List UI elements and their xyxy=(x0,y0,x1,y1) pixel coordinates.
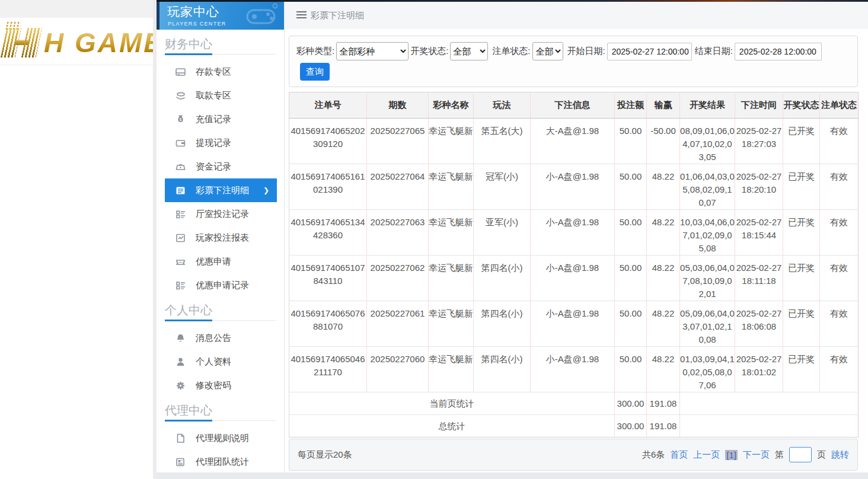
page-size-text: 每页显示20条 xyxy=(298,449,352,461)
bell-icon xyxy=(175,333,186,343)
sidebar-item-news[interactable]: 代理团队统计 xyxy=(157,450,284,474)
sidebar-item-report[interactable]: 玩家投注报表 xyxy=(157,226,284,250)
cell: 05,03,06,04,07,08,10,09,02,01 xyxy=(680,256,735,301)
summary-row: 总统计300.00191.08 xyxy=(289,415,859,438)
sidebar-item-ticket[interactable]: 优惠申请 xyxy=(157,250,284,273)
cell: 有效 xyxy=(820,347,859,392)
room-list-icon xyxy=(175,209,186,219)
start-date-input[interactable] xyxy=(607,43,692,60)
cell: 2025-02-27 18:20:10 xyxy=(735,164,783,210)
column-header: 玩法 xyxy=(474,92,531,119)
bottom-strip xyxy=(157,472,868,479)
cell: 48.22 xyxy=(647,301,680,347)
cell: 小-A盘@1.98 xyxy=(531,256,615,301)
cell: 第四名(小) xyxy=(474,256,531,301)
cell: 08,09,01,06,04,07,10,02,03,05 xyxy=(680,119,735,164)
column-header: 注单状态 xyxy=(820,92,859,119)
cell: 已开奖 xyxy=(783,347,820,392)
sidebar-item-gear[interactable]: 修改密码 xyxy=(157,373,284,397)
chevron-right-icon: ❯ xyxy=(263,186,269,194)
sidebar-item-bell[interactable]: 消息公告 xyxy=(157,326,284,350)
brand-panel-topstrip xyxy=(0,0,153,18)
cell: 20250227061 xyxy=(367,301,429,347)
sidebar-item-list-card[interactable]: 彩票下注明细❯ xyxy=(165,178,277,202)
query-button[interactable]: 查询 xyxy=(300,63,330,81)
cell: 401569174065202309120 xyxy=(289,119,367,164)
sidebar-title: 玩家中心 xyxy=(167,4,219,20)
section-underline xyxy=(165,53,276,55)
sidebar-subtitle: PLAYERS CENTER xyxy=(168,21,226,27)
page-jump-input[interactable] xyxy=(789,447,812,462)
cell: 2025-02-27 18:27:03 xyxy=(735,119,783,164)
sidebar-item-document[interactable]: 代理规则说明 xyxy=(157,426,284,450)
lottery-type-select[interactable]: 全部彩种 xyxy=(336,42,409,60)
cell: 幸运飞艇新 xyxy=(429,301,474,347)
cell: 48.22 xyxy=(647,347,680,392)
cell: 有效 xyxy=(820,164,859,210)
sidebar-item-label: 代理团队统计 xyxy=(196,456,249,468)
table-row: 40156917406520230912020250227065幸运飞艇新第五名… xyxy=(289,119,859,164)
cell: 20250227065 xyxy=(367,119,429,164)
next-page-link[interactable]: 下一页 xyxy=(743,449,770,461)
column-header: 彩种名称 xyxy=(429,92,474,119)
sidebar-item-withdraw-hand[interactable]: 取款专区 xyxy=(157,84,284,107)
cell: 第五名(大) xyxy=(474,119,531,164)
cell: 05,09,06,04,03,07,01,02,10,08 xyxy=(680,301,735,347)
sidebar: 玩家中心 PLAYERS CENTER 财务中心存款专区取款专区$充值记录提现记… xyxy=(157,0,285,473)
cell: 小-A盘@1.98 xyxy=(531,301,615,347)
cell: 50.00 xyxy=(615,347,647,392)
lottery-type-label: 彩种类型: xyxy=(296,46,334,57)
total-count: 共6条 xyxy=(642,449,665,461)
cell: 有效 xyxy=(820,210,859,256)
column-header: 注单号 xyxy=(289,92,367,119)
column-header: 下注信息 xyxy=(531,92,615,119)
sidebar-item-room-list[interactable]: 厅室投注记录 xyxy=(157,202,284,226)
order-status-select[interactable]: 全部 xyxy=(532,42,563,60)
summary-empty xyxy=(680,392,859,415)
cell: 小-A盘@1.98 xyxy=(531,210,615,256)
sidebar-item-deposit-card[interactable]: 存款专区 xyxy=(157,60,284,84)
sidebar-header: 玩家中心 PLAYERS CENTER xyxy=(157,0,284,30)
news-icon xyxy=(175,457,186,467)
cell: 有效 xyxy=(820,301,859,347)
prev-page-link[interactable]: 上一页 xyxy=(693,449,720,461)
end-date-input[interactable] xyxy=(735,43,822,60)
sidebar-section-title: 代理中心 xyxy=(165,404,284,417)
pagination-bar: 每页显示20条 共6条 首页 上一页 [1] 下一页 第 页 跳转 xyxy=(289,439,858,471)
cell: 20250227060 xyxy=(367,347,429,392)
sidebar-item-label: 资金记录 xyxy=(196,161,231,173)
table-row: 40156917406510784311020250227062幸运飞艇新第四名… xyxy=(289,256,859,301)
sidebar-item-label: 彩票下注明细 xyxy=(196,185,249,196)
sidebar-item-purse[interactable]: 资金记录 xyxy=(157,155,284,178)
cell: 已开奖 xyxy=(783,210,820,256)
sidebar-item-label: 优惠申请 xyxy=(196,256,231,267)
sidebar-item-label: 代理规则说明 xyxy=(196,433,249,444)
cell: 小-A盘@1.98 xyxy=(531,164,615,210)
jump-button[interactable]: 跳转 xyxy=(831,449,849,461)
hamburger-icon[interactable] xyxy=(296,11,307,19)
filter-panel: 彩种类型: 全部彩种 开奖状态: 全部 注单状态: 全部 开始日期: 结束日期:… xyxy=(289,36,858,87)
list-card-icon xyxy=(175,186,186,196)
cell: 已开奖 xyxy=(783,301,820,347)
draw-status-select[interactable]: 全部 xyxy=(450,42,488,60)
sidebar-item-person[interactable]: 个人资料 xyxy=(157,350,284,373)
sidebar-item-wallet[interactable]: 提现记录 xyxy=(157,131,284,155)
cell: 48.22 xyxy=(647,256,680,301)
cell: 小-A盘@1.98 xyxy=(531,347,615,392)
wallet-icon xyxy=(175,138,186,148)
report-icon xyxy=(175,233,186,243)
sidebar-item-moneybag[interactable]: $充值记录 xyxy=(157,107,284,131)
sidebar-item-ticket-list[interactable]: 优惠申请记录 xyxy=(157,273,284,297)
table-row: 40156917406516102139020250227064幸运飞艇新冠军(… xyxy=(289,164,859,210)
section-underline xyxy=(165,420,276,421)
first-page-link[interactable]: 首页 xyxy=(670,449,688,461)
cell: 20250227064 xyxy=(367,164,429,210)
summary-label: 总统计 xyxy=(289,415,615,438)
purse-icon xyxy=(175,162,186,172)
cell: 第四名(小) xyxy=(474,301,531,347)
cell: 48.22 xyxy=(647,210,680,256)
cell: 20250227063 xyxy=(367,210,429,256)
logo-text: H GAME xyxy=(44,27,153,59)
cell: 大-A盘@1.98 xyxy=(531,119,615,164)
order-status-label: 注单状态: xyxy=(492,46,530,57)
